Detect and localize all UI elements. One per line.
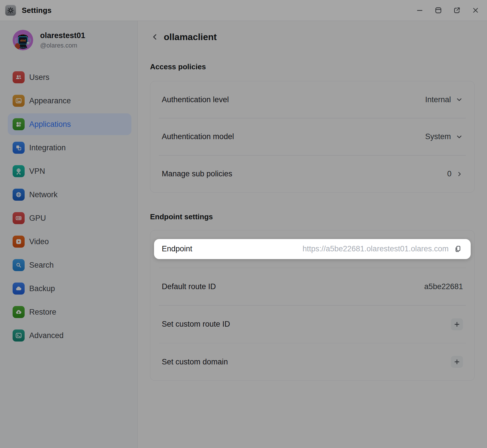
set-custom-route-id-row[interactable]: Set custom route ID [150,306,474,343]
vpn-icon [13,165,25,177]
row-label: Set custom domain [162,358,228,366]
add-custom-route-id-button[interactable] [451,318,463,330]
settings-gear-icon [5,5,16,16]
sidebar-item-network[interactable]: Network [8,184,131,206]
minimize-button[interactable] [415,6,424,15]
default-route-id-row: Default route ID a5be22681 [150,268,474,305]
sidebar-item-video[interactable]: Video [8,231,131,252]
chevron-down-icon[interactable] [456,133,463,141]
restore-cloud-icon [13,306,25,318]
back-button[interactable] [150,32,160,42]
sidebar-item-label: Users [29,73,50,82]
authentication-level-value: Internal [425,95,451,104]
gpu-icon [13,212,25,224]
row-label: Authentication model [162,132,234,141]
row-label: Set custom route ID [162,320,230,329]
maximize-button[interactable] [434,6,443,15]
authentication-level-row[interactable]: Authentication level Internal [150,81,474,118]
popout-button[interactable] [452,6,462,15]
sidebar-item-appearance[interactable]: Appearance [8,90,131,112]
sidebar-item-label: Appearance [29,96,71,105]
set-custom-domain-row[interactable]: Set custom domain [150,343,474,380]
sidebar-item-label: Integration [29,143,66,152]
title-bar: Settings [0,0,487,21]
user-profile: 404 H2 TouTech olarestest01 @olares.com [13,30,137,50]
sidebar-item-gpu[interactable]: GPU [8,207,131,229]
section-heading-endpoint-settings: Endpoint settings [150,212,475,222]
sidebar-item-label: Advanced [29,331,64,340]
sidebar-menu: Users Appearance [0,66,137,346]
sidebar-item-label: GPU [29,214,46,223]
sidebar-item-search[interactable]: Search [8,254,131,276]
chevron-down-icon[interactable] [456,96,463,103]
sidebar-item-vpn[interactable]: VPN [8,160,131,182]
backup-cloud-icon [13,283,25,295]
authentication-model-value: System [425,132,451,141]
sidebar-item-label: VPN [29,167,45,176]
row-label: Authentication level [162,95,229,104]
users-icon [13,71,25,83]
endpoint-row-highlighted[interactable]: Endpoint https://a5be22681.olarestest01.… [154,239,471,259]
chevron-right-icon[interactable] [456,171,463,177]
sidebar-item-label: Backup [29,284,55,293]
integration-icon [13,142,25,154]
endpoint-url: https://a5be22681.olarestest01.olares.co… [303,244,449,253]
sidebar-item-restore[interactable]: Restore [8,301,131,323]
manage-sub-policies-row[interactable]: Manage sub policies 0 [150,156,474,192]
network-icon [13,189,25,201]
user-domain: @olares.com [40,42,85,49]
avatar: 404 H2 TouTech [13,30,33,50]
section-heading-access-policies: Access policies [150,62,475,72]
sidebar-item-applications[interactable]: Applications [8,113,131,135]
window-title: Settings [22,6,52,15]
sidebar-item-label: Restore [29,308,56,317]
advanced-terminal-icon [13,329,25,342]
access-policies-card: Authentication level Internal Authentica… [150,81,475,193]
sidebar-item-label: Video [29,237,49,246]
close-button[interactable] [471,6,480,15]
svg-text:TouTech: TouTech [20,47,26,48]
main-content: ollamaclient Access policies Authenticat… [138,21,487,448]
endpoint-label: Endpoint [162,244,192,253]
sidebar-item-label: Applications [29,120,71,129]
authentication-model-row[interactable]: Authentication model System [150,119,474,155]
sidebar: 404 H2 TouTech olarestest01 @olares.com [0,21,138,448]
sidebar-item-label: Search [29,261,54,270]
page-title: ollamaclient [164,32,217,42]
sidebar-item-advanced[interactable]: Advanced [8,325,131,346]
sidebar-item-integration[interactable]: Integration [8,137,131,159]
appearance-icon [13,95,25,107]
video-icon [13,236,25,248]
sidebar-item-users[interactable]: Users [8,66,131,88]
svg-text:404: 404 [20,39,26,42]
sidebar-item-backup[interactable]: Backup [8,278,131,299]
endpoint-settings-card: Endpoint https://a5be22681.olarestest01.… [150,230,475,381]
window-controls [415,6,480,15]
settings-window: Settings [0,0,487,448]
page-header: ollamaclient [150,31,475,43]
username: olarestest01 [40,31,85,40]
svg-text:H2: H2 [27,43,29,44]
search-tile-icon [13,259,25,271]
endpoint-row-container: Endpoint https://a5be22681.olarestest01.… [150,230,474,268]
sidebar-item-label: Network [29,190,58,199]
row-label: Default route ID [162,282,216,291]
applications-icon [13,118,25,130]
copy-icon[interactable] [453,244,463,254]
row-label: Manage sub policies [162,169,232,178]
sub-policies-count: 0 [447,169,451,178]
add-custom-domain-button[interactable] [451,356,463,368]
default-route-id-value: a5be22681 [424,282,463,291]
